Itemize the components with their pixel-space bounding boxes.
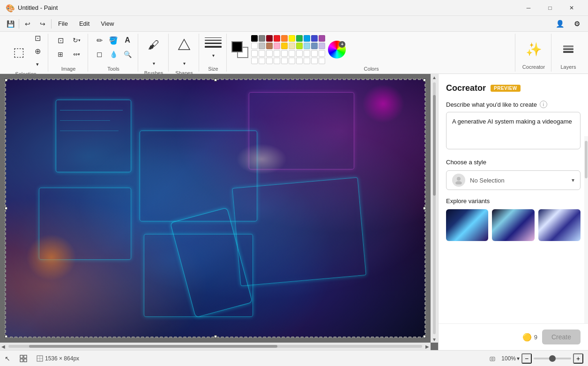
swatch-black[interactable]	[251, 35, 258, 42]
swatch-custom-5[interactable]	[281, 50, 288, 57]
swatch-blue[interactable]	[304, 35, 310, 42]
tool-eraser-button[interactable]: ◻	[93, 48, 106, 61]
swatch-custom-7[interactable]	[296, 50, 303, 57]
variant-thumb-1[interactable]	[446, 209, 488, 241]
tool-fill-button[interactable]: 🪣	[107, 34, 120, 47]
swatch-red[interactable]	[274, 35, 280, 42]
swatch-custom-12[interactable]	[259, 58, 265, 64]
image-info-button[interactable]	[487, 354, 498, 363]
selection-invert-button[interactable]: ⊕	[31, 45, 44, 57]
undo-button[interactable]: ↩	[21, 17, 34, 30]
swatch-custom-8[interactable]	[304, 50, 310, 57]
swatch-lavender[interactable]	[319, 43, 325, 49]
swatch-custom-1[interactable]	[251, 50, 258, 57]
swatch-pink[interactable]	[274, 43, 280, 49]
shapes-button[interactable]	[173, 34, 195, 56]
style-select-dropdown[interactable]: No Selection ▾	[446, 170, 581, 190]
size-dropdown-button[interactable]: ▾	[205, 50, 222, 62]
foreground-color[interactable]	[231, 41, 243, 52]
selection-crop-button[interactable]: ⊡	[31, 32, 44, 44]
swatch-lightgray[interactable]	[259, 43, 265, 49]
shapes-dropdown-button[interactable]: ▾	[173, 57, 195, 69]
swatch-custom-18[interactable]	[304, 58, 310, 64]
scroll-left-button[interactable]: ◀	[0, 343, 7, 350]
swatch-custom-3[interactable]	[266, 50, 273, 57]
scroll-right-button[interactable]: ▶	[424, 343, 431, 350]
swatch-cream[interactable]	[289, 43, 295, 49]
scroll-down-button[interactable]: ▼	[431, 336, 438, 343]
swatch-custom-10[interactable]	[319, 50, 325, 57]
info-icon[interactable]: i	[540, 101, 547, 108]
variant-thumb-3[interactable]	[538, 209, 581, 241]
vertical-scrollbar[interactable]: ▲ ▼	[431, 74, 438, 343]
brushes-button[interactable]: 🖌	[143, 34, 164, 56]
variant-thumb-2[interactable]	[492, 209, 534, 241]
swatch-custom-11[interactable]	[251, 58, 258, 64]
create-button[interactable]: Create	[542, 329, 581, 344]
swatch-custom-15[interactable]	[281, 58, 288, 64]
panel-scrollbar-thumb[interactable]	[585, 141, 588, 178]
swatch-custom-19[interactable]	[311, 58, 318, 64]
swatch-purple[interactable]	[319, 35, 325, 42]
fit-canvas-button[interactable]	[18, 353, 29, 364]
swatch-indigo[interactable]	[311, 35, 318, 42]
canvas-image[interactable]	[5, 79, 425, 337]
image-crop-button[interactable]: ⊡	[53, 34, 68, 47]
swatch-custom-13[interactable]	[266, 58, 273, 64]
swatch-lightblue[interactable]	[304, 43, 310, 49]
selection-main-button[interactable]: ⬚	[7, 39, 30, 65]
swatch-yellow[interactable]	[289, 35, 295, 42]
menu-view[interactable]: View	[96, 18, 119, 29]
image-rotate-button[interactable]: ↻▾	[69, 34, 84, 47]
horizontal-scrollbar-thumb[interactable]	[29, 345, 277, 348]
zoom-level-select[interactable]: 100% ▾	[501, 355, 520, 362]
prompt-textarea[interactable]: A generative AI system making a videogam…	[446, 112, 581, 149]
scroll-up-button[interactable]: ▲	[431, 74, 438, 81]
zoom-slider[interactable]	[534, 358, 571, 359]
redo-button[interactable]: ↪	[36, 17, 49, 30]
swatch-custom-2[interactable]	[259, 50, 265, 57]
minimize-button[interactable]: ─	[518, 0, 539, 16]
close-button[interactable]: ✕	[561, 0, 582, 16]
maximize-button[interactable]: □	[539, 0, 561, 16]
selection-dropdown-button[interactable]: ▾	[31, 58, 44, 70]
tool-eyedropper-button[interactable]: 💧	[107, 48, 120, 61]
swatch-brown[interactable]	[266, 43, 273, 49]
save-button[interactable]: 💾	[4, 17, 17, 30]
profile-icon[interactable]: 👤	[552, 16, 567, 31]
swatch-gold[interactable]	[281, 43, 288, 49]
cocreator-button[interactable]: ✨	[523, 39, 544, 60]
swatch-steelblue[interactable]	[311, 43, 318, 49]
zoom-slider-thumb[interactable]	[549, 355, 556, 362]
tool-pencil-button[interactable]: ✏	[93, 34, 106, 47]
menu-edit[interactable]: Edit	[74, 18, 94, 29]
panel-scrollbar-track[interactable]	[584, 136, 588, 323]
tool-text-button[interactable]: A	[121, 34, 134, 47]
swatch-white[interactable]	[251, 43, 258, 49]
layers-button[interactable]	[558, 39, 579, 60]
zoom-out-button[interactable]: −	[521, 353, 532, 364]
swatch-orange[interactable]	[281, 35, 288, 42]
swatch-lime[interactable]	[296, 43, 303, 49]
swatch-custom-4[interactable]	[274, 50, 280, 57]
swatch-custom-9[interactable]	[311, 50, 318, 57]
settings-icon[interactable]: ⚙	[569, 16, 584, 31]
swatch-custom-20[interactable]	[319, 58, 325, 64]
color-wheel-button[interactable]: +	[328, 41, 346, 59]
swatch-gray[interactable]	[259, 35, 265, 42]
swatch-custom-14[interactable]	[274, 58, 280, 64]
image-flip-button[interactable]: ⇔▾	[69, 48, 84, 61]
swatch-custom-17[interactable]	[296, 58, 303, 64]
swatch-custom-6[interactable]	[289, 50, 295, 57]
horizontal-scrollbar[interactable]: ◀ ▶	[0, 343, 431, 350]
tool-magnifier-button[interactable]: 🔍	[121, 48, 134, 61]
zoom-in-button[interactable]: +	[573, 353, 583, 364]
vertical-scrollbar-thumb[interactable]	[433, 95, 436, 196]
brushes-dropdown-button[interactable]: ▾	[143, 57, 164, 69]
swatch-darkred[interactable]	[266, 35, 273, 42]
menu-file[interactable]: File	[53, 18, 73, 29]
swatch-custom-16[interactable]	[289, 58, 295, 64]
image-resize-button[interactable]: ⊞	[53, 48, 68, 61]
canvas-area[interactable]: ◀ ▶ ▲ ▼	[0, 74, 438, 350]
swatch-green[interactable]	[296, 35, 303, 42]
